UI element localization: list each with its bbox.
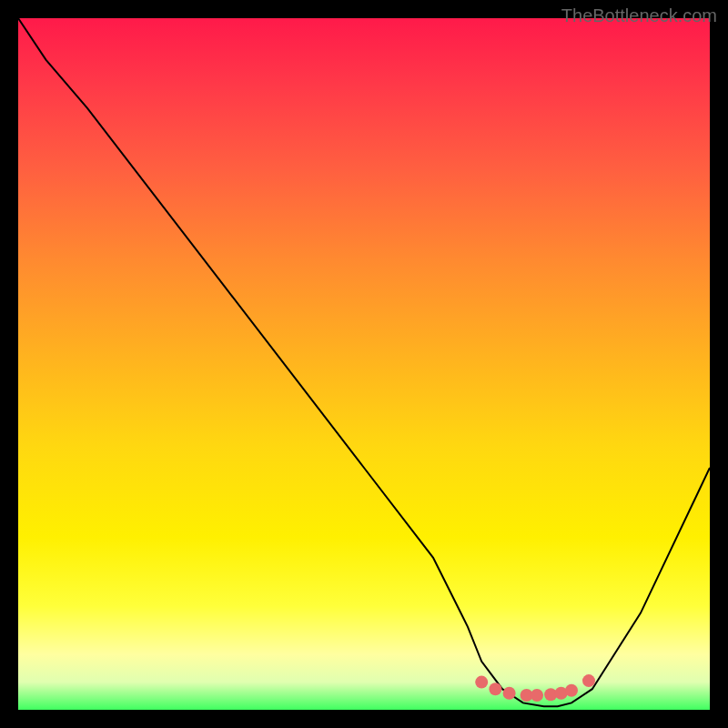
bottleneck-curve-path [18,18,710,706]
highlight-point [582,674,595,687]
highlight-point [531,689,543,702]
watermark-text: TheBottleneck.com [561,5,717,26]
highlight-point [503,687,516,700]
chart-svg [18,18,710,710]
highlight-point [489,682,501,695]
chart-plot-area [18,18,710,710]
highlight-point [565,684,578,697]
highlight-point [475,676,488,689]
